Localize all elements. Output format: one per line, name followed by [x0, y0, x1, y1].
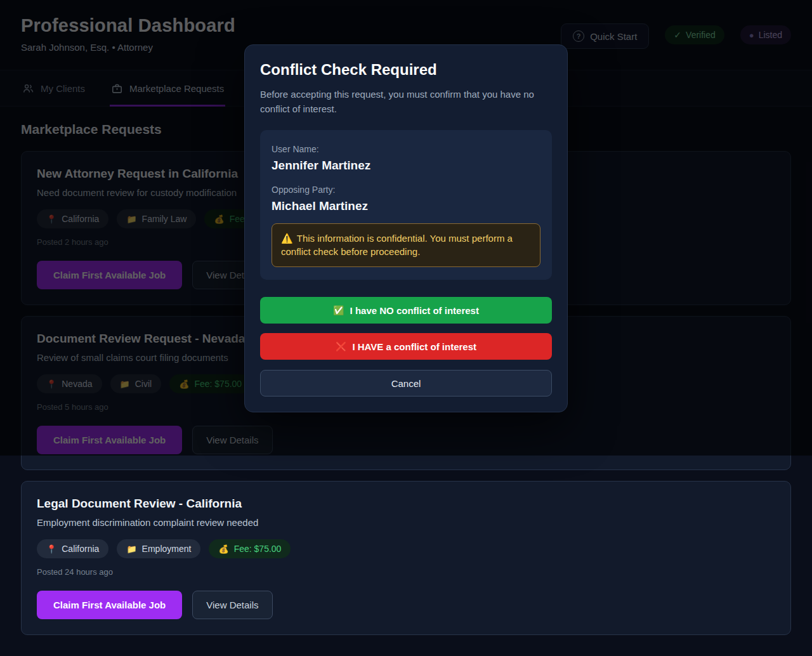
fee-badge: 💰 Fee: $75.00: [209, 539, 291, 558]
badge-label: Fee: $75.00: [234, 544, 282, 554]
badge-row: 📍 California 📁 Employment 💰 Fee: $75.00: [37, 539, 775, 558]
posted-timestamp: Posted 24 hours ago: [37, 567, 775, 577]
pin-icon: 📍: [46, 544, 56, 554]
user-name-value: Jennifer Martinez: [272, 159, 540, 173]
conflict-check-modal: Conflict Check Required Before accepting…: [244, 44, 568, 412]
no-conflict-label: I have NO conflict of interest: [350, 305, 479, 316]
opposing-party-value: Michael Martinez: [272, 199, 540, 213]
have-conflict-button[interactable]: ❌ I HAVE a conflict of interest: [260, 333, 552, 360]
cancel-button[interactable]: Cancel: [260, 370, 552, 397]
no-conflict-button[interactable]: ✅ I have NO conflict of interest: [260, 297, 552, 324]
warning-icon: ⚠️: [281, 233, 293, 244]
money-bag-icon: 💰: [218, 544, 228, 554]
request-card: Legal Document Review - California Emplo…: [21, 481, 791, 635]
modal-subtitle: Before accepting this request, you must …: [260, 87, 552, 117]
claim-job-button[interactable]: Claim First Available Job: [37, 591, 182, 619]
cross-mark-icon: ❌: [336, 341, 346, 351]
confidential-warning: ⚠️This information is confidential. You …: [272, 223, 540, 268]
location-badge: 📍 California: [37, 539, 108, 558]
have-conflict-label: I HAVE a conflict of interest: [352, 341, 476, 352]
modal-title: Conflict Check Required: [260, 61, 552, 79]
card-description: Employment discrimination complaint revi…: [37, 517, 775, 528]
user-name-label: User Name:: [272, 144, 540, 154]
opposing-party-label: Opposing Party:: [272, 185, 540, 195]
card-actions: Claim First Available Job View Details: [37, 591, 775, 619]
check-mark-icon: ✅: [333, 305, 344, 315]
conflict-info-panel: User Name: Jennifer Martinez Opposing Pa…: [260, 130, 552, 280]
folder-icon: 📁: [126, 544, 136, 554]
view-details-button[interactable]: View Details: [192, 591, 272, 619]
warning-text: This information is confidential. You mu…: [281, 233, 513, 258]
card-title: Legal Document Review - California: [37, 497, 775, 511]
category-badge: 📁 Employment: [117, 539, 200, 558]
badge-label: California: [62, 544, 99, 554]
badge-label: Employment: [142, 544, 192, 554]
